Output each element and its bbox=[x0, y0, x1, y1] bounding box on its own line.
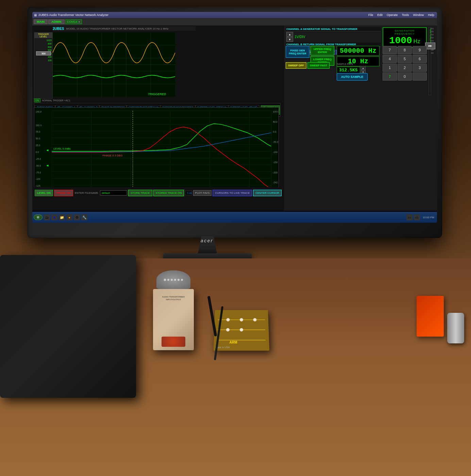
taskbar-icon-6[interactable]: 🔧 bbox=[81, 214, 87, 220]
num-4[interactable]: 4 bbox=[383, 55, 397, 63]
num-6[interactable]: 6 bbox=[413, 55, 427, 63]
svg-text:0.0: 0.0 bbox=[273, 131, 276, 133]
svg-text:-242.3: -242.3 bbox=[273, 181, 279, 184]
upper-freq-value: 500000 Hz bbox=[337, 46, 380, 56]
svg-text:-100: -100 bbox=[36, 178, 40, 180]
level-on-button[interactable]: LEVEL ON bbox=[35, 190, 53, 196]
svg-text:100.0: 100.0 bbox=[273, 111, 279, 113]
sweep-buttons: SWEEP OFF SWEEP FAST bbox=[286, 62, 330, 69]
filename-input[interactable] bbox=[100, 190, 127, 196]
menu-window[interactable]: Window bbox=[411, 13, 425, 17]
menu-tools[interactable]: Tools bbox=[400, 13, 410, 17]
scope-svg: TRIGGERED bbox=[53, 32, 175, 97]
sample-up-arrow[interactable]: ▲ bbox=[361, 66, 366, 70]
main-button[interactable]: MAIN bbox=[34, 19, 48, 24]
phase-on-button[interactable]: PHASE ON bbox=[54, 190, 73, 196]
taskbar-icon-8[interactable]: ▭ bbox=[414, 214, 420, 220]
clear-button[interactable]: 7 bbox=[383, 72, 397, 81]
output-level-scale: 255 240 200 150 100 50 40 -40 -80 bbox=[427, 27, 434, 95]
triggered-text: TRIGGERED bbox=[148, 92, 166, 96]
fixed-gen-enter[interactable]: FIXED GEN FREQ ENTER bbox=[286, 46, 309, 58]
ch-a-up-arrow[interactable]: ▲ bbox=[286, 32, 293, 37]
cursors-live-trace-button[interactable]: CURSORS TO LIVE TRACE bbox=[213, 190, 252, 196]
pin bbox=[174, 279, 176, 281]
svg-text:50.0: 50.0 bbox=[36, 137, 40, 140]
scope-model: MODEL 10 AUDIO TRANSFORMER VECTOR NETWOR… bbox=[66, 27, 168, 30]
com-port-dropdown[interactable]: ▼ bbox=[78, 21, 81, 23]
start-button[interactable]: ⊞ bbox=[34, 215, 43, 220]
pin bbox=[178, 279, 180, 281]
trigger-label: TRIGGER LEVEL bbox=[34, 33, 52, 38]
taskbar-icon-3[interactable]: 📁 bbox=[59, 214, 65, 220]
gen-freq-display: GENERATOR FREQUENCY 1000 Hz bbox=[383, 27, 427, 48]
num-enter[interactable] bbox=[413, 72, 427, 81]
svg-text:50.0: 50.0 bbox=[273, 121, 277, 123]
sweep-off-button[interactable]: SWEEP OFF bbox=[286, 62, 306, 69]
svg-text:-150: -150 bbox=[273, 161, 277, 164]
windows-titlebar: 🖥 2UBES Audio Transformer Vector Network… bbox=[32, 12, 437, 18]
num-9[interactable]: 9 bbox=[413, 46, 427, 54]
taskbar-icon-5[interactable]: ⚙ bbox=[74, 214, 80, 220]
menu-operate[interactable]: Operate bbox=[385, 13, 399, 17]
svg-text:PHASE 0.3 DEG: PHASE 0.3 DEG bbox=[102, 154, 123, 157]
num-3[interactable]: 3 bbox=[413, 64, 427, 72]
num-7[interactable]: 7 bbox=[383, 46, 397, 54]
upper-freq-enter[interactable]: UPPER FREQ ENTER bbox=[310, 46, 334, 55]
num-0[interactable]: 0 bbox=[398, 72, 412, 81]
taskbar-icon-ie[interactable]: e bbox=[51, 214, 57, 220]
plot-favs-button[interactable]: PLOT FAVS bbox=[193, 190, 212, 196]
numpad-area: 7 8 9 4 5 6 1 2 3 7 0 bbox=[383, 46, 427, 82]
desk-equipment-left bbox=[0, 255, 136, 398]
store-trace-button[interactable]: STORE TRACE bbox=[128, 190, 152, 196]
monitor-screen: 🖥 2UBES Audio Transformer Vector Network… bbox=[32, 12, 437, 223]
ch-a-down-arrow[interactable]: ▼ bbox=[286, 37, 293, 42]
scope-brand: 2UBES bbox=[53, 27, 64, 31]
num-8[interactable]: 8 bbox=[398, 46, 412, 54]
channel-a-section: CHANNEL A GENERATOR SIGNAL TO TRANSFORME… bbox=[286, 27, 381, 42]
on-button[interactable]: ON bbox=[34, 99, 40, 102]
sample-rate-section: SAMPLE RATE 312.5KS ▲ ▼ bbox=[337, 63, 366, 74]
svg-text:◄: ◄ bbox=[46, 148, 49, 152]
windows-taskbar: ⊞ 🗂 e 📁 ● ⚙ 🔧 ▭ ▭ 10:00 PM bbox=[32, 212, 437, 223]
monitor-brand-label: acer bbox=[201, 238, 213, 243]
stored-trace-on-button[interactable]: STORED TRACE ON bbox=[153, 190, 184, 196]
svg-point-72 bbox=[240, 328, 243, 332]
title-icon: 🖥 bbox=[34, 13, 37, 17]
gen-freq-value: 1000 bbox=[389, 35, 412, 46]
bode-svg: 140.8 100.0 75.0 50.0 25.0 0.0 -25.0 -50… bbox=[34, 107, 279, 199]
bottom-controls-bar: LEVEL ON PHASE ON ENTER FILENAME STORE T… bbox=[34, 187, 282, 199]
trigger-scale: 1023 800 600 500 400 200 100 bbox=[34, 38, 52, 63]
menu-help[interactable]: Help bbox=[426, 13, 436, 17]
sample-rate-value: 312.5KS bbox=[337, 67, 360, 74]
app-area: MAIN ADMIN COM14 ▼ 2UBES MODEL 10 AUDIO … bbox=[32, 18, 437, 211]
trigger-slider-value[interactable]: 500 bbox=[41, 52, 46, 55]
app-title: 2UBES Audio Transformer Vector Network A… bbox=[38, 13, 108, 17]
auto-sample-button[interactable]: AUTO SAMPLE bbox=[337, 73, 368, 81]
svg-text:-25.0: -25.0 bbox=[36, 158, 41, 160]
com-port-label: COM14 bbox=[67, 20, 78, 23]
file-path-display: C:\2ubes\currentproperties 4965 final.da… bbox=[185, 191, 192, 195]
taskbar-icon-chrome[interactable]: ● bbox=[66, 214, 72, 220]
num-5[interactable]: 5 bbox=[398, 55, 412, 63]
normal-trigger-label: NORMAL TRIGGER +AC1 bbox=[41, 99, 71, 102]
taskbar-icon-7[interactable]: ▭ bbox=[406, 214, 413, 220]
center-cursor-button[interactable]: CENTER CURSOR bbox=[253, 190, 282, 196]
gen-freq-label: GENERATOR FREQUENCY bbox=[386, 29, 423, 35]
sweep-fast-button[interactable]: SWEEP FAST bbox=[307, 62, 330, 69]
bode-plot: 140.8 100.0 75.0 50.0 25.0 0.0 -25.0 -50… bbox=[34, 107, 279, 199]
svg-text:-75.0: -75.0 bbox=[36, 171, 41, 174]
enter-filename-label: ENTER FILENAME bbox=[74, 191, 99, 194]
pin bbox=[164, 279, 166, 281]
menu-file[interactable]: File bbox=[367, 13, 375, 17]
menu-edit[interactable]: Edit bbox=[376, 13, 384, 17]
ch-a-div: 1V/DIV bbox=[295, 35, 305, 39]
admin-button[interactable]: ADMIN bbox=[48, 19, 65, 24]
num-2[interactable]: 2 bbox=[398, 64, 412, 72]
transformer-top-pins bbox=[156, 270, 190, 289]
taskbar-icon-1[interactable]: 🗂 bbox=[44, 214, 50, 220]
svg-text:75.0: 75.0 bbox=[36, 131, 40, 133]
right-panel: CHANNEL A GENERATOR SIGNAL TO TRANSFORME… bbox=[284, 26, 434, 211]
svg-text:25.0: 25.0 bbox=[36, 144, 40, 147]
scope-canvas: TRIGGERED bbox=[53, 32, 175, 97]
num-1[interactable]: 1 bbox=[383, 64, 397, 72]
